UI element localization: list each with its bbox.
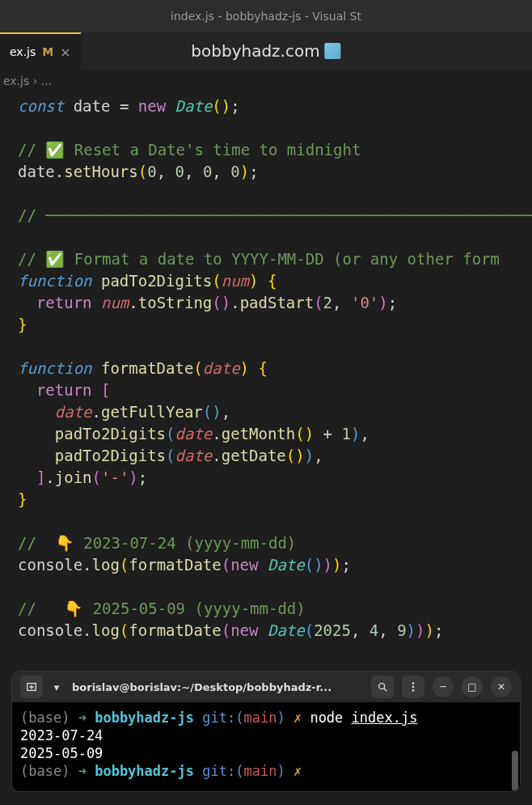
- num-1: 1: [341, 425, 350, 443]
- class-date: Date: [268, 621, 305, 639]
- search-button[interactable]: [371, 676, 394, 698]
- num-0: 0: [230, 163, 239, 180]
- terminal-line: (base) ➜ bobbyhadz-js git:(main) ✗ node …: [20, 709, 512, 727]
- window-title-bar: index.js - bobbyhadz-js - Visual St: [0, 0, 532, 32]
- fn-padto2digits: padTo2Digits: [55, 447, 166, 464]
- fn-padto2digits: padTo2Digits: [101, 272, 212, 290]
- var-num: num: [101, 294, 129, 311]
- new-tab-button[interactable]: [20, 676, 43, 698]
- svg-point-5: [412, 682, 415, 684]
- minimize-button[interactable]: ─: [433, 676, 454, 697]
- keyword-new: new: [138, 97, 166, 115]
- overlay-brand: bobbyhadz.com: [191, 41, 340, 61]
- term-file: index.js: [352, 710, 418, 726]
- term-arrow: ➜: [78, 763, 87, 779]
- var-date: date: [175, 425, 213, 443]
- maximize-button[interactable]: □: [462, 676, 483, 697]
- comment-5: // 👇️ 2025-05-09 (yyyy-mm-dd): [18, 600, 306, 617]
- keyword-function: function: [18, 272, 92, 290]
- var-console: console: [18, 556, 82, 574]
- terminal-output: 2025-05-09: [20, 744, 512, 762]
- term-dir: bobbyhadz-js: [95, 763, 194, 779]
- tab-modified-indicator: M: [42, 45, 53, 58]
- terminal-title-bar: ▾ borislav@borislav:~/Desktop/bobbyhadz-…: [12, 672, 520, 702]
- svg-point-3: [379, 684, 385, 689]
- dropdown-icon[interactable]: ▾: [49, 681, 64, 693]
- svg-point-7: [412, 689, 415, 692]
- term-git: git:(: [202, 763, 243, 779]
- fn-getdate: getDate: [222, 447, 286, 464]
- keyword-return: return: [36, 381, 92, 399]
- terminal-body[interactable]: (base) ➜ bobbyhadz-js git:(main) ✗ node …: [12, 702, 520, 791]
- terminal-output: 2023-07-24: [20, 727, 512, 744]
- tab-label: ex.js: [10, 45, 36, 58]
- var-console: console: [18, 621, 82, 639]
- keyword-new: new: [230, 621, 258, 639]
- fn-getfullyear: getFullYear: [101, 403, 203, 421]
- op-plus: +: [323, 425, 332, 443]
- terminal-path: borislav@borislav:~/Desktop/bobbyhadz-r.…: [72, 681, 363, 693]
- term-dirty: ✗: [293, 710, 302, 726]
- term-git: git:(: [202, 710, 243, 726]
- terminal-line: (base) ➜ bobbyhadz-js git:(main) ✗: [20, 762, 512, 780]
- num-0: 0: [175, 163, 184, 180]
- tab-bar: ex.js M × bobbyhadz.com: [0, 32, 532, 70]
- fn-padstart: padStart: [240, 294, 315, 311]
- keyword-return: return: [36, 294, 92, 311]
- term-branch: main: [243, 763, 277, 779]
- menu-button[interactable]: [402, 676, 424, 698]
- term-base: (base): [20, 710, 70, 726]
- param-date: date: [203, 359, 240, 377]
- var-date: date: [74, 97, 111, 115]
- var-date: date: [55, 403, 92, 421]
- num-0: 0: [203, 163, 212, 180]
- svg-line-4: [384, 688, 387, 692]
- op-equals: =: [120, 97, 129, 115]
- close-button[interactable]: ✕: [491, 676, 512, 697]
- var-date: date: [175, 447, 213, 464]
- tab-index-js[interactable]: ex.js M ×: [0, 32, 81, 70]
- svg-point-6: [412, 686, 415, 688]
- box-icon: [325, 43, 341, 59]
- comment-1: // ✅ Reset a Date's time to midnight: [18, 141, 361, 159]
- fn-join: join: [55, 468, 92, 486]
- term-base: (base): [20, 763, 70, 779]
- keyword-function: function: [18, 359, 92, 377]
- breadcrumb-text: ex.js › ...: [3, 74, 52, 87]
- param-num: num: [222, 272, 249, 290]
- comment-3: // ✅ Format a date to YYYY-MM-DD (or any…: [18, 250, 500, 268]
- close-icon[interactable]: ×: [60, 44, 70, 60]
- terminal-scrollbar[interactable]: [512, 751, 518, 791]
- term-branch: main: [243, 710, 277, 726]
- fn-log: log: [92, 556, 120, 574]
- str-dash: '-': [101, 468, 129, 486]
- code-editor[interactable]: const date = new Date(); // ✅ Reset a Da…: [0, 92, 532, 645]
- term-arrow: ➜: [78, 710, 87, 726]
- num-9: 9: [397, 621, 406, 639]
- fn-getmonth: getMonth: [222, 425, 296, 443]
- breadcrumb[interactable]: ex.js › ...: [0, 70, 532, 92]
- fn-formatdate: formatDate: [129, 621, 221, 639]
- window-title: index.js - bobbyhadz-js - Visual St: [171, 10, 361, 23]
- fn-sethours: setHours: [64, 163, 138, 180]
- term-close: ): [277, 710, 285, 726]
- num-4: 4: [369, 621, 378, 639]
- term-cmd: node: [310, 710, 343, 726]
- fn-tostring: toString: [138, 294, 213, 311]
- overlay-text: bobbyhadz.com: [191, 41, 319, 61]
- keyword-new: new: [230, 556, 258, 574]
- term-dirty: ✗: [293, 763, 302, 779]
- num-0: 0: [147, 163, 156, 180]
- comment-4: // 👇️ 2023-07-24 (yyyy-mm-dd): [18, 534, 296, 552]
- class-date: Date: [175, 97, 213, 115]
- fn-padto2digits: padTo2Digits: [55, 425, 166, 443]
- terminal-window: ▾ borislav@borislav:~/Desktop/bobbyhadz-…: [11, 671, 521, 792]
- term-close: ): [277, 763, 285, 779]
- num-2025: 2025: [314, 621, 351, 639]
- class-date: Date: [268, 556, 305, 574]
- num-2: 2: [323, 294, 332, 311]
- var-date: date: [18, 163, 55, 180]
- str-0: '0': [351, 294, 378, 311]
- fn-formatdate: formatDate: [129, 556, 221, 574]
- fn-log: log: [92, 621, 120, 639]
